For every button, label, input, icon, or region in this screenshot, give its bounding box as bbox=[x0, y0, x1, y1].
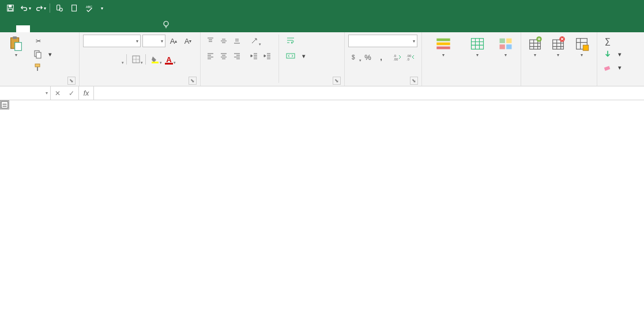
format-as-table-button[interactable]: ▾ bbox=[463, 35, 492, 58]
number-format-combo[interactable]: ▾ bbox=[348, 35, 417, 47]
tab-new-tab[interactable] bbox=[30, 25, 44, 32]
tab-wps-pdf[interactable] bbox=[141, 25, 155, 32]
tab-home[interactable] bbox=[16, 25, 30, 32]
tell-me-search[interactable] bbox=[161, 20, 174, 32]
comma-format-icon[interactable]: , bbox=[375, 51, 387, 63]
tab-insert[interactable] bbox=[44, 25, 58, 32]
align-right-icon[interactable] bbox=[231, 50, 243, 62]
spreadsheet-grid[interactable] bbox=[0, 100, 644, 314]
group-number: ▾ $ % , .0.00 .00.0 ⬊ bbox=[345, 32, 422, 86]
svg-text:.00: .00 bbox=[393, 58, 398, 61]
fill-button[interactable]: ▾ bbox=[601, 48, 624, 60]
tab-help[interactable] bbox=[127, 25, 141, 32]
align-center-icon[interactable] bbox=[217, 50, 230, 62]
svg-rect-23 bbox=[436, 39, 450, 41]
tab-data[interactable] bbox=[85, 25, 99, 32]
qat-customize-icon[interactable]: ▾ bbox=[97, 1, 106, 15]
orientation-icon[interactable] bbox=[248, 35, 261, 47]
cell-styles-button[interactable]: ▾ bbox=[494, 35, 517, 58]
svg-point-7 bbox=[164, 21, 168, 26]
copy-button[interactable]: ▾ bbox=[31, 48, 54, 60]
touch-mode-icon[interactable] bbox=[52, 1, 66, 15]
tab-view[interactable] bbox=[113, 25, 127, 32]
format-painter-button[interactable] bbox=[31, 61, 54, 74]
svg-rect-10 bbox=[15, 43, 22, 51]
clear-button[interactable]: ▾ bbox=[601, 61, 624, 74]
delete-cells-button[interactable]: ▾ bbox=[548, 35, 568, 58]
percent-format-icon[interactable]: % bbox=[361, 51, 374, 63]
svg-rect-29 bbox=[499, 44, 504, 49]
group-alignment: ▾ ⬊ bbox=[201, 32, 345, 86]
new-icon[interactable] bbox=[67, 1, 81, 15]
copy-icon bbox=[33, 50, 43, 59]
svg-rect-13 bbox=[35, 64, 40, 67]
alignment-launcher-icon[interactable]: ⬊ bbox=[333, 77, 341, 85]
redo-icon[interactable]: ▾ bbox=[33, 1, 47, 15]
tab-file[interactable] bbox=[2, 25, 16, 32]
svg-rect-9 bbox=[13, 36, 17, 39]
svg-rect-5 bbox=[72, 5, 77, 12]
scissors-icon: ✂ bbox=[33, 36, 43, 46]
svg-rect-26 bbox=[472, 39, 484, 50]
clipboard-launcher-icon[interactable]: ⬊ bbox=[67, 77, 76, 85]
decrease-decimal-icon[interactable]: .00.0 bbox=[404, 51, 417, 63]
tab-formulas[interactable] bbox=[71, 25, 85, 32]
align-bottom-icon[interactable] bbox=[231, 35, 243, 47]
fx-icon[interactable]: fx bbox=[79, 86, 94, 100]
insert-cells-button[interactable]: ▾ bbox=[525, 35, 545, 58]
save-icon[interactable] bbox=[3, 1, 17, 15]
quick-access-toolbar: ▾ ▾ ABC ▾ bbox=[0, 1, 106, 15]
lightbulb-icon bbox=[161, 20, 171, 29]
undo-icon[interactable]: ▾ bbox=[18, 1, 32, 15]
svg-rect-24 bbox=[436, 43, 450, 46]
borders-icon[interactable] bbox=[130, 53, 142, 66]
formula-input[interactable] bbox=[94, 86, 644, 100]
spelling-icon[interactable]: ABC bbox=[82, 1, 96, 15]
format-cells-icon bbox=[574, 36, 590, 52]
underline-button[interactable] bbox=[111, 53, 123, 66]
paste-button[interactable]: ▾ bbox=[3, 35, 29, 58]
cell-styles-icon bbox=[498, 36, 514, 52]
align-middle-icon[interactable] bbox=[217, 35, 230, 47]
group-editing: ∑ ▾ ▾ bbox=[597, 32, 643, 86]
align-left-icon[interactable] bbox=[204, 50, 217, 62]
svg-rect-17 bbox=[287, 54, 295, 58]
italic-button[interactable] bbox=[97, 53, 110, 66]
group-font: ▾ ▾ A▴ A▾ A ⬊ bbox=[80, 32, 201, 86]
decrease-font-icon[interactable]: A▾ bbox=[182, 35, 194, 47]
svg-rect-36 bbox=[583, 45, 589, 50]
paintbrush-icon bbox=[33, 63, 43, 72]
font-size-combo[interactable]: ▾ bbox=[142, 35, 165, 47]
paste-icon bbox=[8, 36, 24, 52]
tab-page-layout[interactable] bbox=[58, 25, 71, 32]
svg-rect-30 bbox=[506, 44, 511, 49]
increase-indent-icon[interactable] bbox=[261, 50, 274, 62]
bold-button[interactable] bbox=[83, 53, 96, 66]
format-cells-button[interactable]: ▾ bbox=[571, 35, 593, 58]
font-color-icon[interactable]: A bbox=[163, 53, 175, 66]
accounting-format-icon[interactable]: $ bbox=[348, 51, 361, 63]
font-name-combo[interactable]: ▾ bbox=[83, 35, 141, 47]
autosum-button[interactable]: ∑ bbox=[601, 35, 624, 47]
number-launcher-icon[interactable]: ⬊ bbox=[410, 77, 418, 85]
name-box[interactable]: ▾ bbox=[0, 86, 51, 100]
enter-formula-icon[interactable]: ✓ bbox=[65, 89, 78, 97]
cancel-formula-icon[interactable]: ✕ bbox=[51, 89, 65, 97]
svg-rect-1 bbox=[9, 5, 11, 7]
conditional-formatting-button[interactable]: ▾ bbox=[425, 35, 461, 58]
align-top-icon[interactable] bbox=[204, 35, 217, 47]
increase-decimal-icon[interactable]: .0.00 bbox=[391, 51, 404, 63]
autofill-options-icon[interactable] bbox=[0, 100, 9, 109]
cut-button[interactable]: ✂ bbox=[31, 35, 54, 47]
decrease-indent-icon[interactable] bbox=[248, 50, 261, 62]
font-launcher-icon[interactable]: ⬊ bbox=[189, 77, 197, 85]
formula-bar: ▾ ✕ ✓ fx bbox=[0, 86, 644, 100]
merge-icon bbox=[286, 51, 295, 60]
fill-color-icon[interactable] bbox=[149, 53, 161, 66]
merge-center-button[interactable]: ▾ bbox=[284, 50, 308, 62]
tab-review[interactable] bbox=[99, 25, 113, 32]
svg-rect-12 bbox=[36, 52, 41, 58]
increase-font-icon[interactable]: A▴ bbox=[167, 35, 180, 47]
wrap-text-button[interactable] bbox=[284, 35, 308, 47]
svg-text:.0: .0 bbox=[406, 58, 410, 61]
